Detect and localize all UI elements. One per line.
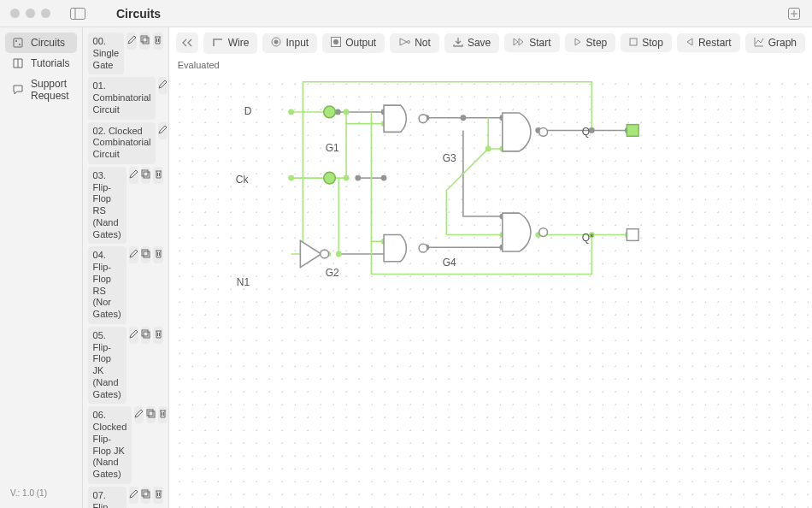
trash-icon <box>154 249 163 261</box>
add-icon[interactable] <box>786 6 802 21</box>
svg-rect-20 <box>147 410 153 416</box>
edit-button[interactable] <box>129 246 138 263</box>
duplicate-button[interactable] <box>141 246 150 263</box>
delete-button[interactable] <box>153 246 162 263</box>
close-dot[interactable] <box>10 9 20 18</box>
input-ck[interactable] <box>324 172 336 184</box>
sidebar: CircuitsTutorialsSupport Request V.: 1.0… <box>0 27 83 508</box>
window-controls <box>0 9 50 18</box>
restart-button[interactable]: Restart <box>677 33 740 52</box>
wire-tool-button[interactable]: Wire <box>203 32 258 54</box>
output-icon <box>331 37 341 50</box>
edit-button[interactable] <box>129 167 138 184</box>
input-tool-button[interactable]: Input <box>262 33 317 53</box>
circuit-label[interactable]: 03. Flip-Flop RS (Nand Gates) <box>88 167 127 245</box>
copy-icon <box>140 35 150 47</box>
trash-icon <box>153 35 162 47</box>
delete-button[interactable] <box>158 406 168 423</box>
circuit-row: 00. Single Gate <box>88 32 163 74</box>
svg-point-62 <box>288 175 294 181</box>
svg-point-77 <box>419 115 427 123</box>
copy-icon <box>141 489 150 501</box>
graph-button[interactable]: Graph <box>745 33 805 53</box>
svg-point-44 <box>408 40 410 43</box>
edit-button[interactable] <box>158 122 168 139</box>
output-q[interactable] <box>627 125 638 137</box>
nav-item-tutorials[interactable]: Tutorials <box>5 53 77 74</box>
save-icon <box>453 37 463 50</box>
svg-point-63 <box>343 109 349 115</box>
gate-g3[interactable] <box>503 113 548 151</box>
svg-rect-21 <box>149 411 155 417</box>
circuit-label[interactable]: 01. Combinatorial Circuit <box>88 77 156 119</box>
start-icon <box>513 37 525 49</box>
svg-point-76 <box>321 250 329 258</box>
svg-point-61 <box>288 109 294 115</box>
output-qstar[interactable] <box>627 229 638 241</box>
not-icon <box>398 37 410 50</box>
duplicate-button[interactable] <box>141 327 150 344</box>
svg-point-60 <box>336 251 342 257</box>
circuit-label[interactable]: 06. Clocked Flip-Flop JK (Nand Gates) <box>88 406 132 484</box>
not-tool-button[interactable]: Not <box>390 33 439 53</box>
nav-item-circuits[interactable]: Circuits <box>5 32 77 53</box>
delete-button[interactable] <box>153 327 162 344</box>
svg-rect-17 <box>144 251 150 257</box>
delete-button[interactable] <box>153 487 162 504</box>
svg-point-74 <box>324 106 336 118</box>
circuit-canvas[interactable]: D Ck Q Q* G1 G2 G3 G4 N1 <box>169 74 812 508</box>
window-title: Circuits <box>116 7 161 21</box>
duplicate-button[interactable] <box>141 167 150 184</box>
collapse-toolbar-icon[interactable] <box>176 32 198 53</box>
step-button[interactable]: Step <box>565 33 616 52</box>
restart-icon <box>685 37 694 49</box>
start-button[interactable]: Start <box>504 33 559 52</box>
edit-icon <box>129 329 138 341</box>
stop-button[interactable]: Stop <box>621 33 672 52</box>
copy-icon <box>141 169 150 181</box>
circuit-label[interactable]: 00. Single Gate <box>88 32 125 74</box>
svg-point-67 <box>485 146 491 152</box>
gate-n1[interactable] <box>300 240 328 267</box>
edit-button[interactable] <box>134 406 144 423</box>
edit-button[interactable] <box>129 327 138 344</box>
copy-icon <box>141 329 150 341</box>
bubble-icon <box>12 84 24 96</box>
gate-g2[interactable] <box>384 235 427 262</box>
duplicate-button[interactable] <box>141 487 150 504</box>
circuit-label[interactable]: 04. Flip-Flop RS (Nor Gates) <box>88 246 127 324</box>
save-button[interactable]: Save <box>444 33 499 53</box>
input-d[interactable] <box>324 106 336 118</box>
edit-button[interactable] <box>127 32 137 50</box>
edit-button[interactable] <box>158 77 168 94</box>
circuit-label[interactable]: 05. Flip-Flop JK (Nand Gates) <box>88 327 127 405</box>
edit-button[interactable] <box>129 487 138 504</box>
stop-icon <box>629 37 638 49</box>
step-icon <box>574 37 582 49</box>
duplicate-button[interactable] <box>146 406 156 423</box>
svg-point-57 <box>380 175 386 181</box>
label-g3: G3 <box>443 152 456 164</box>
svg-point-64 <box>343 175 349 181</box>
gate-g4[interactable] <box>503 213 548 251</box>
circuit-label[interactable]: 07. Flip-Flop JK (Nor Gates) <box>88 487 127 508</box>
delete-button[interactable] <box>153 32 163 50</box>
svg-point-78 <box>419 244 427 252</box>
zoom-dot[interactable] <box>41 9 50 18</box>
gate-g1[interactable] <box>384 105 427 132</box>
label-q: Q <box>582 126 590 138</box>
edit-icon <box>129 169 138 181</box>
svg-rect-16 <box>142 250 148 256</box>
circuit-row: 05. Flip-Flop JK (Nand Gates) <box>88 327 163 405</box>
svg-rect-19 <box>144 332 150 338</box>
delete-button[interactable] <box>153 167 162 184</box>
label-g1: G1 <box>326 142 339 154</box>
input-icon <box>271 37 281 50</box>
output-tool-button[interactable]: Output <box>322 33 385 53</box>
minimize-dot[interactable] <box>26 9 35 18</box>
nav-item-support-request[interactable]: Support Request <box>5 74 77 106</box>
circuit-label[interactable]: 02. Clocked Combinatorial Circuit <box>88 122 156 164</box>
duplicate-button[interactable] <box>139 32 150 50</box>
sidebar-toggle-icon[interactable] <box>68 6 88 21</box>
svg-rect-81 <box>627 125 638 137</box>
